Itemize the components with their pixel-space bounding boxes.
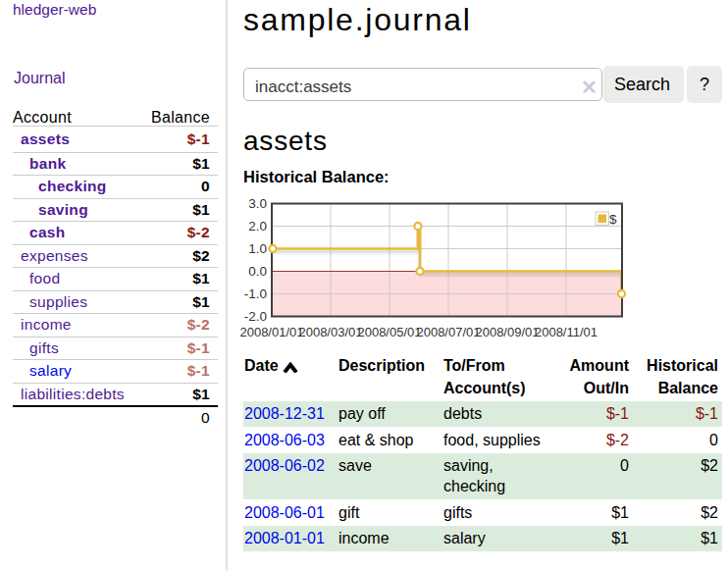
svg-text:1.0: 1.0 bbox=[248, 241, 267, 256]
svg-text:0.0: 0.0 bbox=[248, 264, 267, 279]
svg-text:-2.0: -2.0 bbox=[244, 309, 267, 324]
svg-text:2008/03/01: 2008/03/01 bbox=[298, 325, 362, 339]
svg-text:2008/07/01: 2008/07/01 bbox=[416, 325, 480, 339]
svg-text:$: $ bbox=[609, 212, 617, 227]
svg-text:2008/09/01: 2008/09/01 bbox=[475, 325, 539, 339]
svg-text:3.0: 3.0 bbox=[248, 196, 267, 211]
svg-text:2.0: 2.0 bbox=[248, 219, 267, 234]
svg-text:2008/01/01: 2008/01/01 bbox=[239, 325, 303, 339]
svg-text:-1.0: -1.0 bbox=[244, 286, 267, 301]
svg-text:2008/05/01: 2008/05/01 bbox=[357, 325, 421, 339]
svg-text:2008/11/01: 2008/11/01 bbox=[535, 325, 598, 339]
